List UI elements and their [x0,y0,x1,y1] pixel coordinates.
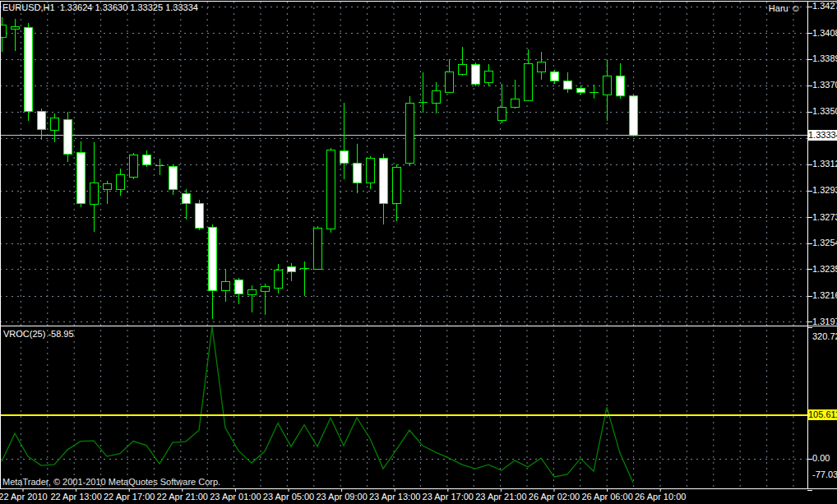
candle-body [209,227,217,290]
candle-body [327,150,335,229]
candle-body [12,26,20,29]
candle-body [143,155,151,165]
price-axis-label: 1.32545 [812,238,837,248]
price-axis-label: 1.33505 [812,106,837,117]
candle-body [288,267,296,272]
candle-body [38,111,46,129]
candle-body [64,119,72,154]
candle-body [406,104,414,164]
time-axis-label: 26 Apr 06:00 [581,492,632,502]
candle-body [340,151,349,164]
vroc-axis-label: 320.72 [812,331,837,342]
candle-body [0,25,7,37]
watermark-text: Haru [769,3,788,13]
time-axis-label: 22 Apr 2010 [0,492,48,502]
chart-canvas[interactable] [0,0,837,504]
candle-body [577,88,585,92]
candle-body [367,159,375,183]
candle-body [511,99,520,107]
copyright-text: MetaTrader, © 2001-2010 MetaQuotes Softw… [2,477,220,488]
time-axis-label: 23 Apr 13:00 [369,492,420,502]
price-axis-label: 1.33120 [812,159,837,169]
candle-body [459,64,467,74]
candle-body [90,183,99,204]
indicator-watermark: Haru ☺ [769,3,801,14]
candle-body [617,76,625,95]
candle-body [314,228,322,269]
time-axis-label: 26 Apr 10:00 [635,492,686,502]
price-axis-label: 1.34275 [812,1,837,12]
candle-body [603,76,612,95]
candle-body [51,118,59,130]
candle-body [393,167,401,203]
candle-body [130,155,138,178]
smiley-icon: ☺ [791,2,801,14]
candle-body [564,81,572,89]
candle-body [248,289,257,294]
time-axis-label: 23 Apr 05:00 [263,492,314,502]
candle-body [551,72,559,81]
candle-body [235,280,243,294]
time-axis-label: 23 Apr 01:00 [210,492,261,502]
time-axis-label: 23 Apr 17:00 [423,492,474,502]
candle-body [354,164,362,183]
candle-body [432,90,441,103]
bid-price-tag: 1.33334 [808,130,837,141]
candle-body [275,270,283,289]
price-axis-label: 1.32160 [812,290,837,301]
time-axis-label: 22 Apr 17:00 [104,492,155,502]
symbol-ohlc-header: EURUSD,H1 1.33624 1.33630 1.33325 1.3333… [2,2,198,13]
time-axis-label: 23 Apr 09:00 [316,492,367,502]
candle-body [525,63,533,100]
candle-body [104,183,112,189]
vroc-axis-label: -77.03 [812,469,837,480]
candle-body [261,286,270,291]
candle-body [446,72,454,92]
candle-body [196,204,204,229]
vroc-axis-label: 0.00 [812,453,830,464]
price-axis-label: 1.32930 [812,185,837,196]
time-axis-label: 23 Apr 21:00 [475,492,526,502]
candle-body [25,27,33,111]
price-axis-label: 1.31970 [812,317,837,327]
vroc-indicator-label: VROC(25) -58.95 [3,329,74,340]
candle-body [77,153,86,204]
candle-body [117,174,125,189]
time-axis-label: 26 Apr 02:00 [529,492,580,502]
candle-body [222,281,230,290]
time-axis-label: 22 Apr 21:00 [157,492,208,502]
price-axis-label: 1.34080 [812,28,837,39]
price-axis-label: 1.32355 [812,264,837,275]
time-axis-label: 22 Apr 13:00 [50,492,101,502]
level-value-tag: 105.611 [808,409,837,420]
candle-body [169,166,178,189]
candle-body [380,159,388,204]
candle-body [183,194,191,204]
chart-window: EURUSD,H1 1.33624 1.33630 1.33325 1.3333… [0,0,837,504]
candle-body [472,64,480,84]
price-axis-label: 1.32735 [812,212,837,223]
candle-body [485,71,493,82]
candle-body [498,108,506,121]
price-axis-label: 1.33700 [812,80,837,90]
candle-body [538,62,546,72]
candle-body [630,96,638,136]
price-axis-label: 1.33890 [812,53,837,64]
